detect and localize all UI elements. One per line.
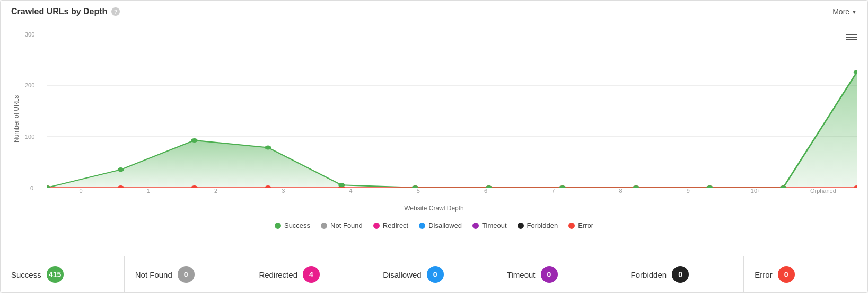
stat-label-timeout: Timeout — [507, 270, 536, 279]
y-label-100: 100 — [25, 134, 34, 140]
stat-badge-not-found: 0 — [178, 266, 195, 283]
legend-redirect: Redirect — [373, 221, 408, 229]
stat-not-found: Not Found 0 — [125, 256, 249, 292]
x-label-8: 8 — [587, 188, 654, 203]
legend-dot-redirect — [373, 223, 380, 229]
svg-point-16 — [118, 167, 124, 172]
crawled-urls-card: Crawled URLs by Depth ? More ▼ Number of… — [0, 0, 868, 293]
x-label-6: 6 — [452, 188, 520, 203]
title-text: Crawled URLs by Depth — [11, 7, 107, 16]
x-label-1: 1 — [115, 188, 182, 203]
svg-point-19 — [338, 183, 345, 187]
legend-label-forbidden: Forbidden — [527, 221, 558, 229]
legend-dot-timeout — [472, 223, 479, 229]
legend-success: Success — [275, 221, 310, 229]
y-label-300: 300 — [25, 31, 34, 38]
stats-row: Success 415 Not Found 0 Redirected 4 Dis… — [1, 256, 867, 292]
card-header: Crawled URLs by Depth ? More ▼ — [1, 1, 867, 23]
legend-label-redirect: Redirect — [383, 221, 408, 229]
legend-label-timeout: Timeout — [482, 221, 506, 229]
stat-label-error: Error — [755, 270, 772, 279]
x-label-3: 3 — [250, 188, 317, 203]
card-title: Crawled URLs by Depth ? — [11, 7, 120, 16]
stat-label-disallowed: Disallowed — [383, 270, 422, 279]
x-label-2: 2 — [182, 188, 250, 203]
stat-timeout: Timeout 0 — [496, 256, 620, 292]
chart-inner: 300 200 100 0 — [26, 34, 857, 203]
legend-label-error: Error — [578, 221, 593, 229]
stat-badge-redirected: 4 — [303, 266, 320, 283]
legend-label-not-found: Not Found — [330, 221, 363, 229]
y-label-200: 200 — [25, 82, 34, 88]
stat-forbidden: Forbidden 0 — [620, 256, 744, 292]
legend-timeout: Timeout — [472, 221, 506, 229]
x-label-10plus: 10+ — [722, 188, 790, 203]
x-label-5: 5 — [384, 188, 452, 203]
svg-marker-0 — [47, 140, 341, 188]
stat-badge-disallowed: 0 — [427, 266, 444, 283]
chart-area: Number of URLs 300 200 10 — [1, 23, 867, 256]
x-label-9: 9 — [654, 188, 722, 203]
stat-disallowed: Disallowed 0 — [372, 256, 496, 292]
legend-disallowed: Disallowed — [419, 221, 462, 229]
svg-point-18 — [265, 146, 271, 150]
stat-label-not-found: Not Found — [135, 270, 172, 279]
legend-dot-error — [568, 223, 575, 229]
legend-label-success: Success — [284, 221, 310, 229]
chart-legend: Success Not Found Redirect Disallowed Ti… — [11, 216, 857, 237]
x-label-0: 0 — [47, 188, 115, 203]
more-button[interactable]: More ▼ — [832, 7, 857, 16]
stat-label-success: Success — [11, 270, 41, 279]
stat-label-redirected: Redirected — [259, 270, 297, 279]
legend-dot-not-found — [321, 223, 327, 229]
chevron-down-icon: ▼ — [852, 9, 857, 15]
x-label-4: 4 — [317, 188, 384, 203]
stat-badge-error: 0 — [778, 266, 795, 283]
y-axis-label: Number of URLs — [11, 34, 22, 203]
stat-label-forbidden: Forbidden — [631, 270, 667, 279]
legend-label-disallowed: Disallowed — [428, 221, 462, 229]
legend-error: Error — [568, 221, 593, 229]
stat-redirected: Redirected 4 — [248, 256, 372, 292]
stat-badge-success: 415 — [47, 266, 64, 283]
legend-forbidden: Forbidden — [518, 221, 558, 229]
svg-point-17 — [191, 138, 198, 143]
legend-dot-forbidden — [518, 223, 524, 229]
chart-container: Number of URLs 300 200 10 — [11, 34, 857, 203]
stat-error: Error 0 — [744, 256, 867, 292]
legend-not-found: Not Found — [321, 221, 363, 229]
x-axis-title: Website Crawl Depth — [11, 205, 857, 212]
chart-svg — [47, 34, 857, 188]
x-label-orphaned: Orphaned — [790, 188, 857, 203]
legend-dot-success — [275, 223, 281, 229]
x-axis: 0 1 2 3 4 5 6 7 8 9 10+ Orphaned — [47, 188, 857, 203]
stat-badge-timeout: 0 — [541, 266, 558, 283]
stat-badge-forbidden: 0 — [672, 266, 689, 283]
legend-dot-disallowed — [419, 223, 425, 229]
stat-success: Success 415 — [1, 256, 125, 292]
svg-point-26 — [854, 70, 857, 74]
help-icon[interactable]: ? — [111, 7, 120, 16]
y-label-0: 0 — [30, 185, 33, 191]
x-label-7: 7 — [520, 188, 587, 203]
